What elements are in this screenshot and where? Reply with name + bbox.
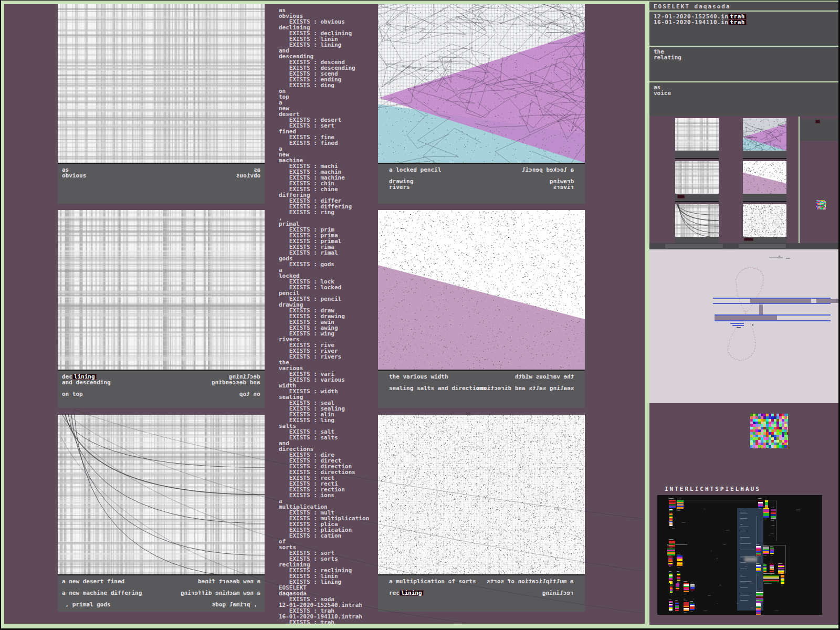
exists-line: EXISTS : rimal <box>279 250 381 256</box>
thumbnail-caption <box>743 194 786 202</box>
caption-line: , primal gods <box>62 602 142 607</box>
file-list: 12-01-2020-152540.intrah 16-01-2020-1941… <box>649 12 838 46</box>
caption-text: a locked pencil drawingrivers <box>389 167 441 190</box>
word-line: top <box>279 94 381 100</box>
thumbnail-caption <box>675 151 719 159</box>
caption-line: reclining <box>389 590 476 596</box>
artwork-caption: a new desert fined a new machine differi… <box>58 574 265 612</box>
toolbar-strip <box>649 243 838 249</box>
strip-segment <box>739 244 786 248</box>
caption-text: a new desert fined a new machine differi… <box>62 579 142 607</box>
interlichtspielhaus-viewer <box>657 495 822 615</box>
artwork-image <box>378 4 585 163</box>
caption-line: , primal gods <box>181 602 260 607</box>
note-voice: as voice <box>649 82 838 116</box>
caption-line: a new desert fined <box>181 579 260 584</box>
thumbnail-image <box>743 118 786 151</box>
word-list: asobvious EXISTS : obviousdeclining EXIS… <box>279 7 381 624</box>
window-edge <box>0 0 840 1</box>
divider <box>799 117 800 249</box>
navigator-thumbnail-5[interactable] <box>675 204 719 243</box>
file-highlight: trah <box>728 19 747 25</box>
caption-line: a multiplication of sorts <box>487 579 574 584</box>
caption-line: obvious <box>236 173 260 178</box>
navigator-mark <box>815 120 820 123</box>
artwork-caption: a multiplication of sorts reclininga mul… <box>378 574 585 612</box>
caption-highlight: lining <box>400 590 424 596</box>
noise-icon <box>816 200 826 209</box>
caption-text-mirrored: asobvious <box>236 167 260 178</box>
artwork-image <box>58 210 265 370</box>
desktop-app-window: { "colors": { "frame_green": "#c9e2bc", … <box>0 0 840 630</box>
thumbnail-image <box>743 161 786 194</box>
artwork-caption: decliningand descending on topdeclininga… <box>58 370 265 408</box>
thumbnail-image <box>675 204 719 237</box>
strip-segment <box>665 244 723 248</box>
caption-line: rivers <box>389 184 441 190</box>
navigator-thumbnail-4[interactable] <box>743 161 786 202</box>
caption-line: a locked pencil <box>522 167 574 173</box>
caption-text-mirrored: decliningand descending on top <box>212 374 260 397</box>
word-line: on <box>279 88 381 94</box>
exists-line: EXISTS : ions <box>279 492 381 498</box>
artwork-panel-r1[interactable]: a locked pencil drawingriversa locked pe… <box>378 4 585 204</box>
artwork-panel-l2[interactable]: decliningand descending on topdeclininga… <box>58 210 265 408</box>
artwork-image <box>58 415 265 574</box>
thumbnail-caption <box>743 237 786 243</box>
caption-line: obvious <box>62 173 86 178</box>
exists-line: EXISTS : salts <box>279 435 381 440</box>
caption-text-mirrored: a new desert fined a new machine differi… <box>181 579 260 607</box>
thumbnail-mark <box>744 238 753 241</box>
window-edge <box>0 0 1 630</box>
caption-line: sealing salts and directions <box>389 385 486 391</box>
viewer-title: INTERLICHTSPIELHAUS <box>665 486 761 492</box>
caption-text: the various width sealing salts and dire… <box>389 374 486 391</box>
thumbnail-image <box>743 204 786 237</box>
library-title: EOSELEKT daqasoda <box>654 3 731 10</box>
navigator-panel <box>649 116 838 243</box>
thumbnail-image <box>675 161 719 194</box>
caption-text-mirrored: a locked pencil drawingrivers <box>522 167 574 190</box>
exists-line: EXISTS : rivers <box>279 354 381 360</box>
thumbnail-mark <box>677 195 685 198</box>
thumbnail-caption <box>675 194 719 202</box>
artwork-image <box>378 210 585 370</box>
caption-line: a new desert fined <box>62 579 142 584</box>
exists-line: EXISTS : trah <box>279 620 381 624</box>
file-item[interactable]: 16-01-2020-194110.intrah <box>654 19 838 25</box>
thumbnail-caption <box>675 237 719 243</box>
caption-text: a multiplication of sorts reclining <box>389 579 476 596</box>
caption-line: rivers <box>522 184 574 190</box>
plot-panel <box>649 249 838 403</box>
artwork-panel-l1[interactable]: asobviousasobvious <box>58 4 265 204</box>
exists-line: EXISTS : ring <box>279 209 381 215</box>
artwork-caption: a locked pencil drawingriversa locked pe… <box>378 163 585 204</box>
caption-text: decliningand descending on top <box>62 374 111 397</box>
exists-line: EXISTS : ding <box>279 82 381 88</box>
exists-line: EXISTS : fined <box>279 140 381 146</box>
caption-line: the various width <box>389 374 486 380</box>
navigator-thumbnail-2[interactable] <box>743 118 786 159</box>
caption-line: and descending <box>62 380 111 385</box>
caption-line: the various width <box>477 374 574 380</box>
navigator-thumbnail-3[interactable] <box>675 161 719 202</box>
caption-line: and descending <box>212 380 260 385</box>
workspace-area: asobvious EXISTS : obviousdeclining EXIS… <box>4 4 645 624</box>
thumbnail-caption <box>743 151 786 159</box>
word-line: a <box>279 100 381 106</box>
word-line: a <box>279 146 381 152</box>
sidebar: EOSELEKT daqasoda 12-01-2020-152540.intr… <box>649 2 838 625</box>
navigator-thumbnail-6[interactable] <box>743 204 786 243</box>
library-header: EOSELEKT daqasoda <box>649 2 838 10</box>
note-relating: the relating <box>649 47 838 81</box>
artwork-panel-r2[interactable]: the various width sealing salts and dire… <box>378 210 585 408</box>
artwork-caption: asobviousasobvious <box>58 163 265 204</box>
navigator-corner-box <box>800 118 838 141</box>
caption-text-mirrored: a multiplication of sorts reclining <box>487 579 574 596</box>
artwork-panel-l3[interactable]: a new desert fined a new machine differi… <box>58 415 265 612</box>
artwork-image <box>378 415 585 574</box>
exists-line: EXISTS : cation <box>279 533 381 539</box>
artwork-panel-r3[interactable]: a multiplication of sorts reclininga mul… <box>378 415 585 612</box>
thumbnail-image <box>675 118 719 151</box>
navigator-thumbnail-1[interactable] <box>675 118 719 159</box>
